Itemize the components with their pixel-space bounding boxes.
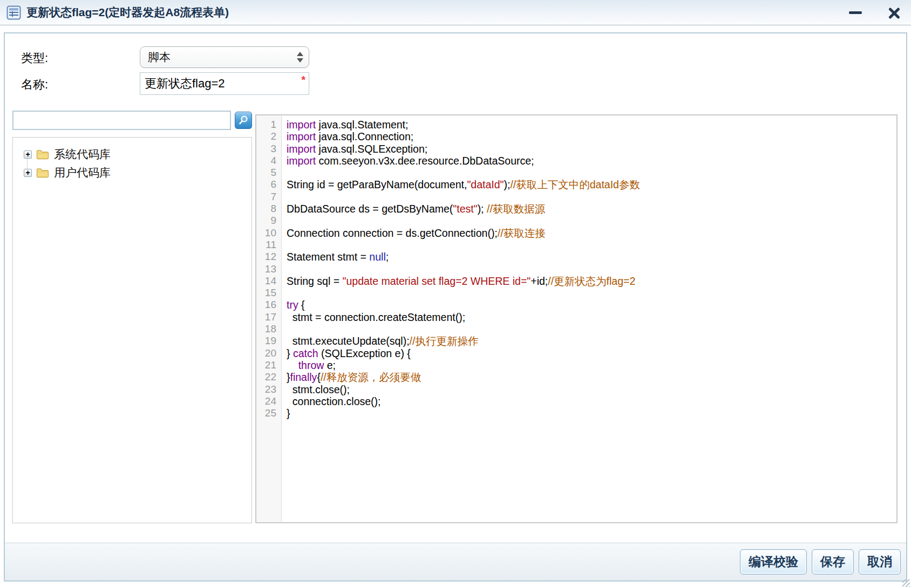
tree-item[interactable]: +用户代码库 [18, 163, 246, 182]
save-button[interactable]: 保存 [812, 549, 854, 575]
tree-panel: +系统代码库+用户代码库 [12, 137, 252, 523]
code-line[interactable]: connection.close(); [287, 395, 896, 407]
code-line[interactable]: } [287, 407, 896, 419]
code-line[interactable]: Connection connection = ds.getConnection… [287, 227, 896, 239]
line-number: 8 [256, 203, 281, 215]
dialog-body: 类型: 脚本 名称: * +系统代码库+用户代码库 123456 [4, 32, 907, 582]
line-number: 24 [256, 395, 281, 407]
code-line[interactable]: stmt.close(); [287, 384, 896, 395]
folder-icon [36, 149, 49, 160]
code-line[interactable]: stmt.executeUpdate(sql);//执行更新操作 [287, 335, 896, 347]
line-number: 19 [256, 335, 281, 347]
line-number: 25 [256, 407, 281, 419]
line-number: 18 [256, 323, 281, 335]
minimize-button[interactable] [846, 0, 865, 25]
line-number: 1 [256, 119, 281, 131]
line-number: 17 [256, 311, 281, 323]
line-number: 3 [256, 143, 281, 155]
page-title: 更新状态flag=2(定时器发起A8流程表单) [26, 5, 229, 20]
code-line[interactable]: import java.sql.Connection; [287, 131, 896, 142]
close-button[interactable] [884, 0, 905, 25]
code-line[interactable] [287, 263, 896, 275]
form-table-icon [6, 5, 21, 20]
code-line[interactable] [287, 239, 896, 251]
line-number: 14 [256, 275, 281, 287]
line-number: 20 [256, 347, 281, 359]
required-marker: * [301, 74, 305, 86]
code-line[interactable]: Statement stmt = null; [287, 251, 896, 263]
line-number: 23 [256, 384, 281, 395]
line-number: 7 [256, 191, 281, 203]
line-number: 9 [256, 215, 281, 227]
close-icon [888, 6, 901, 19]
name-label: 名称: [21, 77, 48, 93]
type-label: 类型: [21, 50, 48, 66]
line-number: 6 [256, 179, 281, 190]
code-line[interactable] [287, 215, 896, 227]
line-number: 13 [256, 263, 281, 275]
search-button[interactable] [235, 112, 252, 129]
code-lines[interactable]: import java.sql.Statement;import java.sq… [282, 115, 896, 522]
compile-check-button[interactable]: 编译校验 [740, 549, 807, 575]
footer-bar: 编译校验保存取消 [5, 543, 906, 580]
footer-buttons: 编译校验保存取消 [740, 549, 901, 575]
code-line[interactable]: } catch (SQLException e) { [287, 347, 896, 359]
code-line[interactable]: stmt = connection.createStatement(); [287, 311, 896, 323]
line-number: 2 [256, 131, 281, 142]
line-number: 21 [256, 359, 281, 371]
code-line[interactable] [287, 191, 896, 203]
line-number: 4 [256, 155, 281, 167]
code-line[interactable]: String id = getParaByName(document,"data… [287, 179, 896, 190]
expand-plus-icon[interactable]: + [24, 169, 32, 177]
folder-icon [36, 168, 49, 178]
code-line[interactable]: import java.sql.Statement; [287, 119, 896, 131]
code-line[interactable]: throw e; [287, 359, 896, 371]
minimize-icon [849, 11, 862, 14]
line-number: 11 [256, 239, 281, 251]
code-editor[interactable]: 1234567891011121314151617181920212223242… [255, 114, 898, 523]
resize-grip[interactable] [902, 579, 910, 587]
expand-plus-icon[interactable]: + [24, 151, 32, 159]
title-bar: 更新状态flag=2(定时器发起A8流程表单) [0, 0, 911, 25]
code-line[interactable]: String sql = "update material set flag=2… [287, 275, 896, 287]
search-input[interactable] [12, 111, 231, 130]
code-library-panel: +系统代码库+用户代码库 [12, 110, 252, 523]
tree-item[interactable]: +系统代码库 [18, 145, 246, 163]
code-line[interactable] [287, 167, 896, 179]
code-line[interactable]: }finally{//释放资源，必须要做 [287, 371, 896, 383]
line-number: 22 [256, 371, 281, 383]
gutter: 1234567891011121314151617181920212223242… [256, 115, 282, 522]
line-number: 5 [256, 167, 281, 179]
code-line[interactable]: import com.seeyon.v3x.dee.resource.DbDat… [287, 155, 896, 167]
code-line[interactable]: import java.sql.SQLException; [287, 143, 896, 155]
tree-list: +系统代码库+用户代码库 [18, 145, 246, 182]
name-field[interactable] [140, 72, 309, 95]
code-line[interactable] [287, 323, 896, 335]
code-line[interactable]: try { [287, 299, 896, 311]
line-number: 12 [256, 251, 281, 263]
select-stepper-icon [297, 52, 303, 63]
line-number: 15 [256, 287, 281, 299]
cancel-button[interactable]: 取消 [859, 549, 901, 575]
tree-item-label: 用户代码库 [54, 165, 111, 180]
magnifier-icon [238, 115, 249, 126]
line-number: 10 [256, 227, 281, 239]
type-select[interactable]: 脚本 [140, 46, 309, 68]
tree-item-label: 系统代码库 [54, 147, 111, 162]
line-number: 16 [256, 299, 281, 311]
code-line[interactable] [287, 287, 896, 299]
type-select-value: 脚本 [148, 50, 297, 65]
code-line[interactable]: DbDataSource ds = getDsByName("test"); /… [287, 203, 896, 215]
